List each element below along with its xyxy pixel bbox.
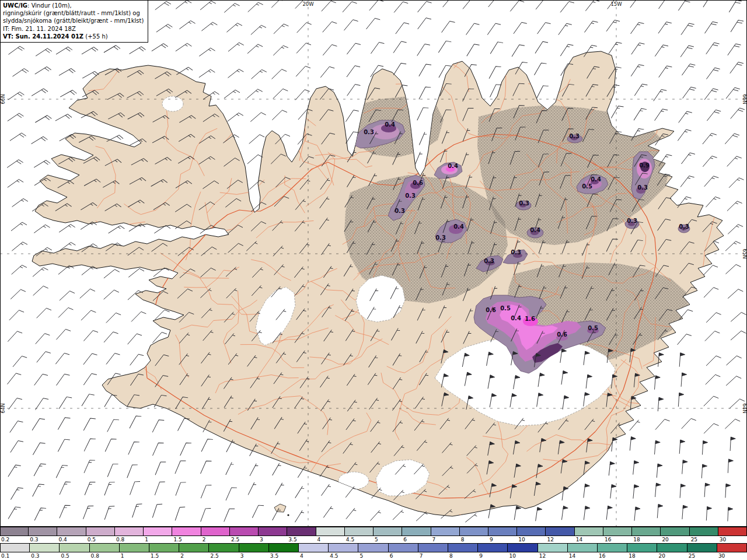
snow-scale-tick-label: 14 [575, 536, 603, 543]
snow-scale-cell-3: 3 [259, 527, 287, 543]
legend-line-2: rigning/skúrir (grænt/blátt/rautt - mm/1… [3, 9, 144, 17]
rain-scale-swatch [209, 543, 239, 552]
snow-scale-swatch [661, 527, 689, 536]
snow-scale-cell-30: 30 [718, 527, 747, 543]
precip-value-label: 0.3 [435, 235, 446, 241]
snow-scale-swatch [402, 527, 431, 536]
rain-scale-swatch [389, 543, 418, 552]
rain-scale-tick-label: 0.5 [60, 552, 89, 559]
snow-scale-swatch [259, 527, 287, 536]
rain-scale-cell-0.5: 0.5 [60, 543, 89, 559]
precip-value-label: 0.6 [486, 307, 496, 313]
precip-value-label: 0.3 [484, 258, 494, 264]
legend-init-time: IT: Fim. 21. 11. 2024 18Z [3, 25, 144, 33]
rain-scale-tick-label: 3 [239, 552, 269, 559]
rain-scale-cell-3: 3 [239, 543, 269, 559]
rain-scale-cell-20: 20 [657, 543, 687, 559]
snow-scale-tick-label: 8 [460, 536, 488, 543]
rain-scale-swatch [239, 543, 269, 552]
snow-scale-swatch [488, 527, 517, 536]
rain-scale-cell-0.1: 0.1 [0, 543, 30, 559]
precip-value-label: 0.3 [679, 223, 689, 230]
snow-scale-cell-0.5: 0.5 [86, 527, 115, 543]
snow-scale-tick-label: 30 [718, 536, 747, 543]
rain-scale-swatch [687, 543, 717, 552]
rain-scale-tick-label: 9 [478, 552, 508, 559]
rain-scale-tick-label: 7 [418, 552, 448, 559]
latitude-label-right: 64N [742, 403, 747, 413]
precip-value-label: 0.4 [591, 176, 601, 183]
rain-scale-swatch [0, 543, 30, 552]
rain-scale-swatch [120, 543, 149, 552]
snow-scale-cell-7: 7 [431, 527, 460, 543]
rain-scale-cell-3.5: 3.5 [269, 543, 299, 559]
precip-value-label: 0.3 [569, 133, 580, 139]
snow-scale-tick-label: 18 [632, 536, 661, 543]
snow-scale-swatch [201, 527, 230, 536]
snow-scale-swatch [546, 527, 574, 536]
rain-scale-cell-1: 1 [120, 543, 149, 559]
precip-value-label: 0.6 [557, 331, 567, 338]
rain-scale-tick-label: 18 [627, 552, 657, 559]
rain-scale-tick-label: 2.5 [209, 552, 239, 559]
rain-scale-cell-9: 9 [478, 543, 508, 559]
snow-scale-cell-0.2: 0.2 [0, 527, 29, 543]
longitude-label: 20W [302, 1, 314, 7]
snow-scale-tick-label: 7 [431, 536, 460, 543]
legend-line-1: UWC/IG: Vindur (10m), [3, 2, 144, 9]
rain-scale-cell-25: 25 [687, 543, 717, 559]
snow-scale-swatch [115, 527, 144, 536]
rain-scale-swatch [90, 543, 120, 552]
snow-scale-swatch [603, 527, 632, 536]
rain-scale-swatch [30, 543, 60, 552]
model-name: UWC/IG [3, 2, 27, 9]
snow-scale-tick-label: 0.8 [115, 536, 144, 543]
rain-scale-tick-label: 5 [358, 552, 388, 559]
snow-scale-swatch [287, 527, 316, 536]
rain-scale-cell-4: 4 [299, 543, 329, 559]
snow-scale-tick-label: 20 [661, 536, 689, 543]
rain-scale-tick-label: 1 [120, 552, 149, 559]
rain-scale-swatch [627, 543, 657, 552]
precip-value-label: 0.6 [413, 180, 423, 186]
rain-scale-cell-7: 7 [418, 543, 448, 559]
precip-value-label: 0.3 [637, 184, 648, 191]
rain-scale-swatch [329, 543, 358, 552]
precip-value-label: 0.3 [364, 129, 374, 135]
snow-scale-cell-14: 14 [575, 527, 603, 543]
snow-scale-swatch [0, 527, 29, 536]
precip-value-label: 0.4 [385, 121, 395, 128]
snow-scale-cell-12: 12 [546, 527, 574, 543]
rain-scale-tick-label: 25 [687, 552, 717, 559]
rain-scale-tick-label: 8 [448, 552, 478, 559]
latitude-label-right: 66N [742, 94, 747, 104]
precip-value-label: 0.3 [405, 192, 416, 199]
weather-map: 0.30.40.40.60.30.30.40.30.30.30.30.40.30… [0, 0, 747, 527]
rain-scale-swatch [418, 543, 448, 552]
latitude-label-left: 66N [0, 94, 6, 104]
precip-value-label: 1.6 [525, 316, 535, 322]
snow-scale-cell-16: 16 [603, 527, 632, 543]
snow-scale-swatch [316, 527, 345, 536]
rain-scale-tick-label: 0.8 [90, 552, 120, 559]
rain-scale-tick-label: 2 [179, 552, 209, 559]
snow-scale-tick-label: 10 [517, 536, 546, 543]
snow-scale-cell-25: 25 [690, 527, 718, 543]
snow-scale-swatch [431, 527, 460, 536]
rain-scale-cell-1.5: 1.5 [149, 543, 179, 559]
rain-scale-swatch [149, 543, 179, 552]
rain-scale-tick-label: 4.5 [329, 552, 358, 559]
snow-scale-tick-label: 12 [546, 536, 574, 543]
rain-scale-tick-label: 3.5 [269, 552, 299, 559]
rain-scale-tick-label: 14 [568, 552, 598, 559]
snow-scale-tick-label: 1 [144, 536, 172, 543]
snow-scale-tick-label: 2.5 [230, 536, 259, 543]
snow-colorbar: 0.20.30.40.50.811.522.533.544.5567891012… [0, 527, 747, 543]
snow-scale-cell-6: 6 [402, 527, 431, 543]
rain-scale-swatch [508, 543, 537, 552]
precip-value-label: 0.3 [627, 218, 637, 224]
snow-scale-cell-4.5: 4.5 [345, 527, 374, 543]
offshore-islet [287, 514, 289, 516]
snow-scale-swatch [517, 527, 546, 536]
rain-scale-tick-label: 20 [657, 552, 687, 559]
